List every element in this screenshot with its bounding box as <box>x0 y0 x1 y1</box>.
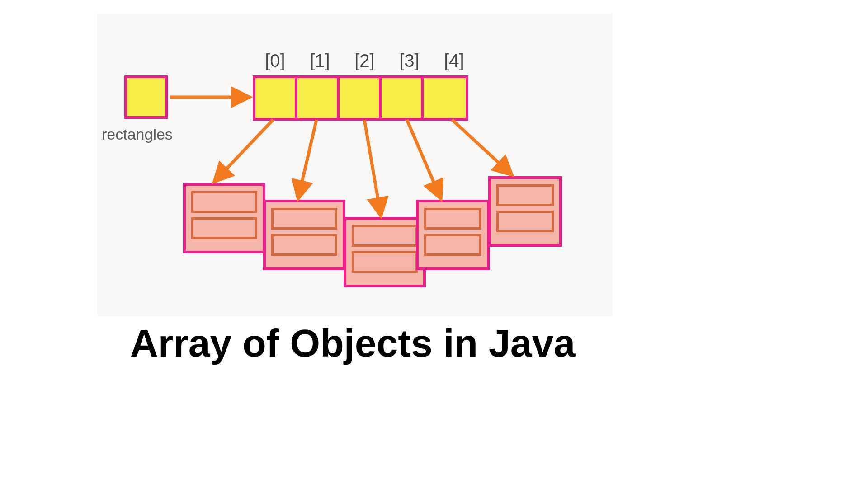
index-label-0: [0] <box>253 51 297 71</box>
object-box-2 <box>344 217 426 287</box>
array-cell-3 <box>382 78 424 118</box>
object-field <box>271 234 337 256</box>
reference-box <box>124 75 168 119</box>
object-field <box>191 217 257 239</box>
array-row <box>253 75 468 121</box>
object-field <box>424 234 481 256</box>
reference-label: rectangles <box>102 126 173 143</box>
index-label-1: [1] <box>297 51 342 71</box>
object-box-3 <box>416 200 490 270</box>
object-field <box>271 208 337 230</box>
object-field <box>496 211 554 232</box>
array-cell-1 <box>297 78 340 118</box>
object-field <box>496 184 554 206</box>
index-labels-row: [0] [1] [2] [3] [4] <box>253 51 476 71</box>
object-box-0 <box>183 183 265 253</box>
object-box-4 <box>488 176 562 247</box>
object-field <box>352 225 418 247</box>
object-field <box>191 191 257 213</box>
object-box-1 <box>263 200 345 270</box>
object-field <box>424 208 481 230</box>
index-label-2: [2] <box>342 51 387 71</box>
array-cell-2 <box>340 78 382 118</box>
diagram-title: Array of Objects in Java <box>0 321 705 366</box>
array-cell-0 <box>255 78 297 118</box>
index-label-3: [3] <box>387 51 432 71</box>
index-label-4: [4] <box>432 51 476 71</box>
object-field <box>352 251 418 273</box>
array-cell-4 <box>424 78 466 118</box>
